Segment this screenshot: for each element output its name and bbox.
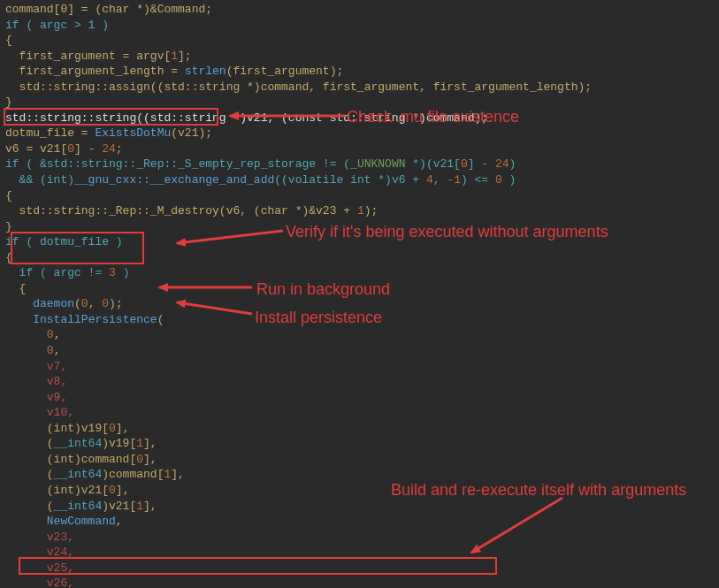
code-line: (int)v19[0], [5,422,129,435]
code-line: v23, [5,531,74,544]
code-line: && (int)__gnu_cxx::__exchange_and_add((v… [5,173,516,187]
code-line: (int)v21[0], [5,484,129,497]
code-line: v6 = v21[0] - 24; [5,142,123,156]
code-line: 0, [5,344,60,357]
code-line: daemon(0, 0); [5,297,123,310]
code-line: first_argument = argv[1]; [5,50,192,63]
code-line: if ( dotmu_file ) [5,235,123,248]
code-line: v8, [5,375,67,388]
code-line: { [5,189,12,202]
code-line: dotmu_file = ExistsDotMu(v21); [5,126,212,140]
code-line: (__int64)v19[1], [5,437,157,450]
code-line: v24, [5,546,74,559]
code-line: if ( &std::string::_Rep::_S_empty_rep_st… [5,157,516,171]
code-line: v25, [5,561,74,575]
code-line: { [5,34,12,47]
code-line: 0, [5,328,60,341]
code-line: v26, [5,577,74,588]
code-line: (__int64)v21[1], [5,500,157,513]
code-line: command[0] = (char *)&Command; [5,3,212,16]
code-line: NewCommand, [5,515,123,528]
code-line: std::string::string((std::string *)v21, … [5,111,488,125]
code-line: std::string::assign((std::string *)comma… [5,80,592,94]
code-line: } [5,95,12,109]
code-line: if ( argc != 3 ) [5,266,129,279]
code-line: (__int64)command[1], [5,468,185,481]
code-line: (int)command[0], [5,453,157,466]
code-line: } [5,220,12,233]
code-line: { [5,251,12,264]
code-line: v9, [5,391,67,404]
code-line: if ( argc > 1 ) [5,19,109,32]
code-line: first_argument_length = strlen(first_arg… [5,65,343,78]
code-line: v10, [5,406,74,419]
code-line: std::string::_Rep::_M_destroy(v6, (char … [5,204,378,218]
code-viewport: command[0] = (char *)&Command; if ( argc… [0,0,719,588]
code-line: v7, [5,360,67,373]
code-block: command[0] = (char *)&Command; if ( argc… [0,0,719,588]
code-line: { [5,282,26,295]
code-line: InstallPersistence( [5,313,164,326]
